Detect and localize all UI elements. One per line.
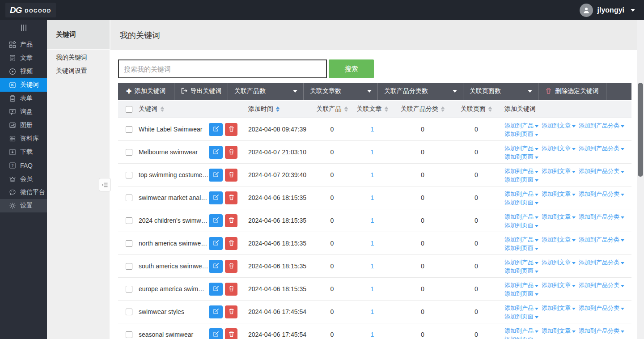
scrollbar-thumb[interactable] xyxy=(638,83,643,177)
add-to-link[interactable]: 添加到产品分类 xyxy=(579,145,624,152)
related-articles-count-filter[interactable]: 关联文章数 xyxy=(304,83,378,100)
add-to-link[interactable]: 添加到文章 xyxy=(542,327,576,334)
sidebar-item-downloads[interactable]: 下载 xyxy=(0,145,47,159)
related-articles-count[interactable]: 1 xyxy=(351,209,394,232)
subsidebar-item-keyword-settings[interactable]: 关键词设置 xyxy=(47,64,110,78)
add-to-link[interactable]: 添加到页面 xyxy=(504,153,538,160)
delete-button[interactable] xyxy=(225,260,237,273)
add-to-link[interactable]: 添加到文章 xyxy=(542,168,576,174)
add-to-link[interactable]: 添加到产品分类 xyxy=(579,122,624,129)
col-related-articles[interactable]: 关联文章 xyxy=(351,101,394,118)
add-to-link[interactable]: 添加到产品分类 xyxy=(579,259,624,266)
sidebar-item-settings[interactable]: 设置 xyxy=(0,199,47,212)
add-to-link[interactable]: 添加到产品 xyxy=(504,213,538,220)
collapse-sidebar-icon[interactable] xyxy=(0,22,47,34)
edit-button[interactable] xyxy=(209,283,223,296)
add-to-link[interactable]: 添加到产品分类 xyxy=(579,305,624,311)
add-to-link[interactable]: 添加到产品 xyxy=(504,259,538,266)
row-checkbox[interactable] xyxy=(126,309,132,315)
add-to-link[interactable]: 添加到产品 xyxy=(504,327,538,334)
add-to-link[interactable]: 添加到页面 xyxy=(504,222,538,229)
related-articles-count[interactable]: 1 xyxy=(351,118,394,140)
add-to-link[interactable]: 添加到文章 xyxy=(542,213,576,220)
sidebar-item-members[interactable]: 会员 xyxy=(0,172,47,186)
add-to-link[interactable]: 添加到产品分类 xyxy=(579,327,624,334)
sort-icon[interactable] xyxy=(276,106,280,112)
sidebar-item-library[interactable]: 资料库 xyxy=(0,132,47,145)
sidebar-item-videos[interactable]: 视频 xyxy=(0,65,47,78)
delete-selected-button[interactable]: 删除选定关键词 xyxy=(538,83,606,100)
sort-icon[interactable] xyxy=(488,106,492,112)
search-input[interactable] xyxy=(118,59,327,78)
add-to-link[interactable]: 添加到页面 xyxy=(504,131,538,137)
add-to-link[interactable]: 添加到文章 xyxy=(542,191,576,197)
col-added-time[interactable]: 添加时间 xyxy=(244,101,313,118)
col-keyword[interactable]: 关键词 xyxy=(134,101,244,118)
edit-button[interactable] xyxy=(209,237,223,250)
related-articles-count[interactable]: 1 xyxy=(351,278,394,300)
row-checkbox[interactable] xyxy=(126,195,132,201)
select-all-checkbox[interactable] xyxy=(126,106,132,113)
edit-button[interactable] xyxy=(209,214,223,227)
edit-button[interactable] xyxy=(209,191,223,204)
related-pages-count-filter[interactable]: 关联页面数 xyxy=(463,83,538,100)
related-articles-count[interactable]: 1 xyxy=(351,232,394,254)
col-related-categories[interactable]: 关联产品分类 xyxy=(394,101,452,118)
row-checkbox[interactable] xyxy=(126,172,132,178)
sort-icon[interactable] xyxy=(385,106,388,112)
delete-button[interactable] xyxy=(225,305,237,318)
add-to-link[interactable]: 添加到产品分类 xyxy=(579,191,624,197)
add-to-link[interactable]: 添加到文章 xyxy=(542,305,576,311)
sidebar-item-inquiries[interactable]: 询盘 xyxy=(0,105,47,119)
add-to-link[interactable]: 添加到产品分类 xyxy=(579,282,624,288)
sidebar-item-forms[interactable]: 表单 xyxy=(0,92,47,105)
related-articles-count[interactable]: 1 xyxy=(351,301,394,323)
add-to-link[interactable]: 添加到文章 xyxy=(542,236,576,243)
add-to-link[interactable]: 添加到产品 xyxy=(504,168,538,174)
export-keywords-button[interactable]: 导出关键词 xyxy=(174,83,228,100)
row-checkbox[interactable] xyxy=(126,263,132,270)
col-related-pages[interactable]: 关联页面 xyxy=(452,101,501,118)
delete-button[interactable] xyxy=(225,214,237,227)
add-to-link[interactable]: 添加到页面 xyxy=(504,336,538,339)
delete-button[interactable] xyxy=(225,123,237,136)
related-products-count-filter[interactable]: 关联产品数 xyxy=(228,83,304,100)
add-to-link[interactable]: 添加到产品分类 xyxy=(579,236,624,243)
row-checkbox[interactable] xyxy=(126,240,132,247)
related-articles-count[interactable]: 1 xyxy=(351,141,394,163)
add-keyword-button[interactable]: ✚ 添加关键词 xyxy=(118,83,174,100)
col-related-products[interactable]: 关联产品 xyxy=(313,101,351,118)
collapse-panel-button[interactable] xyxy=(99,178,111,191)
add-to-link[interactable]: 添加到页面 xyxy=(504,245,538,251)
delete-button[interactable] xyxy=(225,169,237,182)
add-to-link[interactable]: 添加到产品 xyxy=(504,236,538,243)
user-menu[interactable]: jlyongyi xyxy=(580,4,635,17)
scrollbar-track[interactable] xyxy=(637,20,644,339)
add-to-link[interactable]: 添加到产品 xyxy=(504,145,538,152)
add-to-link[interactable]: 添加到文章 xyxy=(542,122,576,129)
sort-icon[interactable] xyxy=(161,106,164,112)
search-button[interactable]: 搜索 xyxy=(329,59,374,78)
sidebar-item-albums[interactable]: 图册 xyxy=(0,119,47,132)
add-to-link[interactable]: 添加到文章 xyxy=(542,282,576,288)
related-categories-count-filter[interactable]: 关联产品分类数 xyxy=(378,83,463,100)
sidebar-item-wechat[interactable]: 微信平台 xyxy=(0,186,47,199)
add-to-link[interactable]: 添加到页面 xyxy=(504,267,538,274)
add-to-link[interactable]: 添加到页面 xyxy=(504,199,538,206)
row-checkbox[interactable] xyxy=(126,331,132,338)
edit-button[interactable] xyxy=(209,260,223,273)
add-to-link[interactable]: 添加到产品 xyxy=(504,191,538,197)
sidebar-item-products[interactable]: 产品 xyxy=(0,38,47,51)
related-articles-count[interactable]: 1 xyxy=(351,164,394,186)
sidebar-item-faq[interactable]: ?FAQ xyxy=(0,159,47,172)
add-to-link[interactable]: 添加到产品分类 xyxy=(579,168,624,174)
add-to-link[interactable]: 添加到产品分类 xyxy=(579,213,624,220)
row-checkbox[interactable] xyxy=(126,149,132,156)
related-articles-count[interactable]: 1 xyxy=(351,323,394,339)
logo[interactable]: DG DOGOOD xyxy=(5,3,56,17)
sort-icon[interactable] xyxy=(344,106,348,112)
edit-button[interactable] xyxy=(209,305,223,318)
row-checkbox[interactable] xyxy=(126,217,132,224)
add-to-link[interactable]: 添加到页面 xyxy=(504,290,538,297)
add-to-link[interactable]: 添加到文章 xyxy=(542,259,576,266)
